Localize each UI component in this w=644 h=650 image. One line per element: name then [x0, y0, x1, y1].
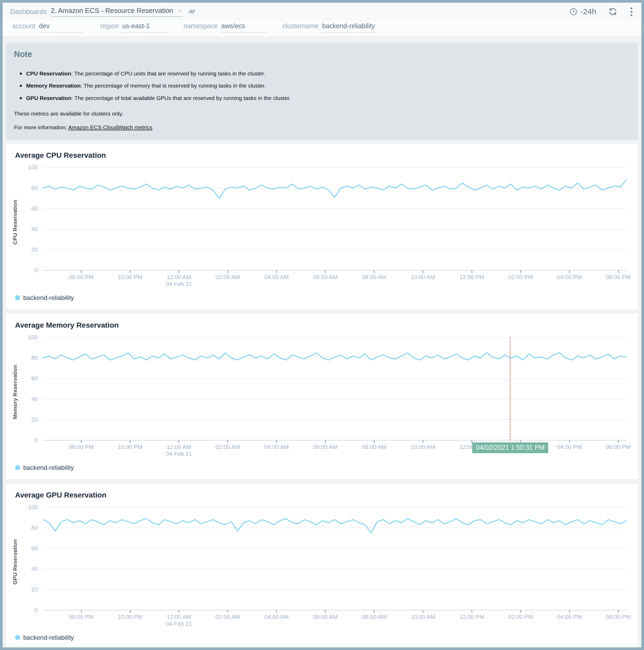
- link-icon[interactable]: [188, 8, 196, 15]
- legend-label: backend-reliability: [23, 464, 74, 471]
- note-more-info: For more information: Amazon ECS CloudWa…: [14, 124, 630, 131]
- x-tick-label: 10:00 PM: [118, 440, 142, 450]
- y-tick-label: 0: [21, 607, 38, 614]
- page-title: 2. Amazon ECS - Resource Reservation: [51, 7, 173, 15]
- y-tick-label: 0: [21, 267, 38, 274]
- y-tick-label: 80: [21, 185, 38, 191]
- chart-plot-area[interactable]: 020406080100: [43, 507, 626, 610]
- chart-legend[interactable]: backend-reliability: [15, 464, 638, 471]
- legend-label: backend-reliability: [23, 294, 74, 301]
- y-tick-label: 80: [21, 525, 38, 531]
- note-bullet-memory: Memory Reservation: The percentage of me…: [26, 82, 630, 89]
- x-tick-label: 06:00 PM: [606, 610, 631, 620]
- x-tick-label: 06:00 PM: [606, 440, 631, 450]
- chart-legend[interactable]: backend-reliability: [15, 634, 638, 641]
- x-tick-label: 12:00 AM04 Feb 21: [166, 610, 192, 627]
- top-bar: Dashboards 2. Amazon ECS - Resource Rese…: [3, 3, 641, 21]
- x-tick-label: 08:00 AM: [362, 270, 386, 281]
- legend-dot: [15, 465, 20, 470]
- cpu-reservation-chart-panel: Average CPU Reservation CPU Reservation …: [6, 144, 638, 310]
- x-tick-label: 08:00 AM: [362, 610, 386, 620]
- x-tick-label: 04:00 PM: [557, 270, 582, 281]
- time-range-value: -24h: [580, 7, 596, 16]
- dashboard-app: Dashboards 2. Amazon ECS - Resource Rese…: [3, 3, 641, 647]
- x-tick-label: 06:00 PM: [606, 270, 631, 281]
- y-tick-label: 60: [21, 205, 38, 212]
- x-tick-label: 02:00 AM: [215, 610, 240, 620]
- chevron-down-icon: [177, 8, 183, 13]
- x-tick-label: 08:00 AM: [362, 440, 386, 450]
- crosshair-tooltip: 04/02/2021 1:50:31 PM: [472, 442, 548, 453]
- x-tick-label: 04:00 AM: [264, 440, 289, 450]
- legend-dot: [15, 635, 20, 640]
- filter-bar: account dev region us-east-1 namespace a…: [3, 21, 641, 36]
- x-tick-label: 10:00 AM: [411, 440, 435, 450]
- note-title: Note: [14, 49, 630, 59]
- x-tick-label: 06:00 AM: [313, 270, 338, 281]
- y-axis-label: GPU Reservation: [12, 556, 18, 567]
- y-tick-label: 20: [21, 416, 38, 423]
- x-tick-label: 04:00 PM: [557, 610, 582, 620]
- filter-label: region: [100, 22, 119, 30]
- filter-account: account dev: [12, 22, 83, 33]
- x-tick-label: 02:00 PM: [508, 610, 533, 620]
- filter-label: clustername: [282, 22, 318, 30]
- filter-value-input[interactable]: backend-reliability: [322, 22, 375, 33]
- x-tick-label: 12:00 AM04 Feb 21: [166, 440, 192, 458]
- x-tick-label: 02:00 PM: [508, 270, 533, 281]
- note-bullet-cpu: CPU Reservation: The percentage of CPU u…: [26, 70, 630, 77]
- y-tick-label: 100: [21, 504, 38, 511]
- x-tick-label: 04:00 AM: [264, 610, 289, 620]
- note-link-prefix: For more information:: [14, 124, 68, 130]
- x-tick-label: 10:00 AM: [411, 270, 435, 281]
- chart-title: Average Memory Reservation: [6, 321, 638, 329]
- x-tick-label: 10:00 PM: [118, 270, 142, 281]
- x-tick-label: 02:00 AM: [215, 440, 240, 450]
- cloudwatch-metrics-link[interactable]: Amazon ECS CloudWatch metrics: [68, 124, 152, 130]
- kebab-menu-icon[interactable]: [630, 6, 634, 17]
- x-tick-label: 04:00 PM: [557, 440, 582, 450]
- x-axis-labels: 08:00 PM10:00 PM12:00 AM04 Feb 2102:00 A…: [43, 270, 626, 287]
- y-tick-label: 40: [21, 566, 38, 572]
- filter-clustername: clustername backend-reliability: [282, 22, 375, 33]
- note-panel: Note CPU Reservation: The percentage of …: [6, 43, 638, 140]
- refresh-button[interactable]: [608, 7, 617, 16]
- top-bar-controls: -24h: [569, 6, 634, 17]
- chart-plot-area[interactable]: 020406080100: [43, 337, 626, 440]
- legend-label: backend-reliability: [23, 634, 74, 641]
- y-axis-label: Memory Reservation: [12, 387, 18, 397]
- chart-body: CPU Reservation 020406080100 08:00 PM10:…: [6, 168, 638, 287]
- note-bullet-list: CPU Reservation: The percentage of CPU u…: [14, 70, 630, 102]
- series-line: [43, 180, 626, 198]
- x-tick-label: 02:00 AM: [215, 270, 240, 281]
- breadcrumb[interactable]: Dashboards: [10, 8, 47, 16]
- filter-label: account: [12, 22, 35, 30]
- x-tick-label: 08:00 PM: [69, 440, 94, 450]
- chart-body: Memory Reservation 020406080100 08:00 PM…: [6, 337, 638, 457]
- dashboard-title-dropdown[interactable]: 2. Amazon ECS - Resource Reservation: [51, 7, 183, 17]
- gpu-reservation-chart-panel: Average GPU Reservation GPU Reservation …: [6, 483, 638, 647]
- x-axis-labels: 08:00 PM10:00 PM12:00 AM04 Feb 2102:00 A…: [43, 440, 626, 457]
- y-tick-label: 100: [21, 164, 38, 171]
- filter-region: region us-east-1: [100, 22, 167, 33]
- x-tick-label: 06:00 AM: [313, 610, 338, 620]
- time-range-control[interactable]: -24h: [569, 7, 596, 16]
- chart-body: GPU Reservation 020406080100 08:00 PM10:…: [6, 507, 638, 627]
- y-tick-label: 100: [21, 334, 38, 341]
- filter-value-input[interactable]: us-east-1: [122, 22, 167, 33]
- series-line: [43, 353, 626, 360]
- crosshair-line: [510, 337, 511, 440]
- filter-value-input[interactable]: dev: [39, 22, 83, 33]
- y-tick-label: 20: [21, 246, 38, 253]
- memory-reservation-chart-panel: Average Memory Reservation Memory Reserv…: [6, 314, 638, 479]
- x-tick-label: 12:00 PM: [459, 610, 484, 620]
- y-tick-label: 60: [21, 545, 38, 552]
- x-tick-label: 12:00 PM: [459, 270, 484, 281]
- x-axis-labels: 08:00 PM10:00 PM12:00 AM04 Feb 2102:00 A…: [43, 610, 626, 627]
- chart-legend[interactable]: backend-reliability: [15, 294, 638, 301]
- y-tick-label: 80: [21, 355, 38, 361]
- x-tick-label: 12:00 AM04 Feb 21: [166, 270, 192, 288]
- filter-value-input[interactable]: aws/ecs: [221, 22, 266, 33]
- chart-plot-area[interactable]: 020406080100: [43, 168, 626, 270]
- chart-title: Average GPU Reservation: [6, 491, 638, 499]
